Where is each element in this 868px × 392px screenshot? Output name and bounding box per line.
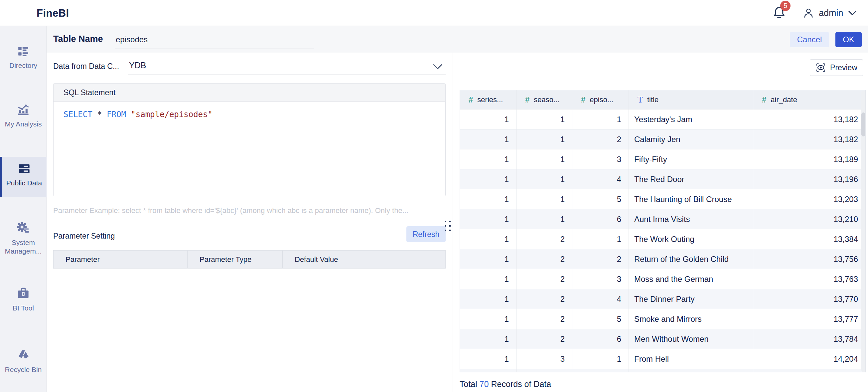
table-cell: From Hell bbox=[629, 349, 753, 369]
preview-header-row: #series...#seaso...#episo...Ttitle#air_d… bbox=[460, 90, 866, 110]
table-cell: Moss and the German bbox=[629, 269, 753, 289]
sidebar-item-recycle-bin[interactable]: Recycle Bin bbox=[0, 349, 46, 374]
sidebar-item-directory[interactable]: Directory bbox=[0, 45, 46, 70]
table-name-input[interactable] bbox=[116, 35, 312, 44]
table-row: 115The Haunting of Bill Crouse13,203 bbox=[460, 189, 866, 209]
splitter-drag-handle[interactable] bbox=[445, 221, 451, 232]
text-type-icon: T bbox=[638, 95, 643, 105]
table-name-underline bbox=[115, 49, 314, 49]
table-row: 124The Dinner Party13,770 bbox=[460, 289, 866, 309]
sql-code[interactable]: SELECT * FROM "sample/episodes" bbox=[54, 102, 445, 127]
refresh-button[interactable]: Refresh bbox=[406, 226, 446, 242]
table-cell: 6 bbox=[572, 329, 629, 349]
table-cell: 13,770 bbox=[753, 289, 866, 309]
table-row: 121The Work Outing13,384 bbox=[460, 229, 866, 249]
table-cell: 1 bbox=[572, 110, 629, 129]
table-cell: 2 bbox=[517, 289, 572, 309]
table-cell: Yesterday's Jam bbox=[629, 110, 753, 129]
directory-icon bbox=[17, 45, 29, 57]
column-header[interactable]: Ttitle bbox=[629, 90, 753, 110]
chevron-down-icon bbox=[848, 10, 857, 16]
table-row: 125Smoke and Mirrors13,777 bbox=[460, 309, 866, 329]
parameter-example-hint: Parameter Example: select * from table w… bbox=[53, 206, 447, 215]
table-cell: Return of the Golden Child bbox=[629, 249, 753, 269]
table-cell: 1 bbox=[517, 110, 572, 129]
numeric-type-icon: # bbox=[525, 95, 529, 104]
bi-tool-icon bbox=[17, 287, 30, 300]
table-cell: 2 bbox=[572, 129, 629, 149]
table-cell: 1 bbox=[517, 129, 572, 149]
table-row: 111Yesterday's Jam13,182 bbox=[460, 110, 866, 129]
ok-button[interactable]: OK bbox=[835, 32, 862, 47]
chevron-down-icon[interactable] bbox=[433, 64, 442, 70]
numeric-type-icon: # bbox=[581, 95, 585, 104]
total-count: 70 bbox=[479, 379, 489, 389]
cancel-button[interactable]: Cancel bbox=[790, 32, 829, 47]
sidebar-item-public-data[interactable]: Public Data bbox=[0, 157, 46, 197]
vertical-scrollbar-thumb[interactable] bbox=[861, 113, 865, 137]
table-cell: Men Without Women bbox=[629, 329, 753, 349]
table-cell: The Work Outing bbox=[629, 229, 753, 249]
data-connection-underline bbox=[128, 74, 446, 75]
table-row: 126Men Without Women13,784 bbox=[460, 329, 866, 349]
table-cell: 13,196 bbox=[753, 170, 866, 189]
param-header-row: ParameterParameter TypeDefault Value bbox=[53, 250, 446, 269]
recycle-bin-icon bbox=[17, 349, 30, 361]
table-cell: 2 bbox=[517, 249, 572, 269]
user-name: admin bbox=[819, 8, 843, 18]
table-row: 112Calamity Jen13,182 bbox=[460, 129, 866, 149]
preview-button-label: Preview bbox=[830, 63, 857, 72]
column-header-label: episo... bbox=[590, 95, 613, 104]
param-column-header: Parameter bbox=[54, 250, 188, 268]
sidebar-item-system-management[interactable]: System Managem... bbox=[0, 222, 46, 255]
table-cell: 1 bbox=[517, 209, 572, 229]
table-cell: 13,189 bbox=[753, 149, 866, 170]
column-header-label: title bbox=[647, 95, 658, 104]
column-header[interactable]: #series... bbox=[460, 90, 517, 110]
sidebar: Directory My Analysis Public Data bbox=[0, 26, 46, 392]
table-cell: 3 bbox=[572, 269, 629, 289]
column-header-label: series... bbox=[477, 95, 503, 104]
table-cell: 13,756 bbox=[753, 249, 866, 269]
table-cell: 1 bbox=[572, 229, 629, 249]
column-header[interactable]: #episo... bbox=[572, 90, 629, 110]
preview-eye-icon bbox=[815, 62, 826, 73]
total-suffix: Records of Data bbox=[489, 379, 551, 389]
param-column-header: Parameter Type bbox=[188, 250, 283, 268]
preview-table-body: 111Yesterday's Jam13,182112Calamity Jen1… bbox=[460, 110, 866, 369]
table-cell: 2 bbox=[517, 329, 572, 349]
table-cell: 1 bbox=[460, 209, 517, 229]
table-cell: 5 bbox=[572, 189, 629, 209]
sql-token: "sample/episodes" bbox=[131, 110, 213, 119]
column-header[interactable]: #seaso... bbox=[517, 90, 572, 110]
table-cell: 2 bbox=[517, 229, 572, 249]
table-cell: 13,784 bbox=[753, 329, 866, 349]
table-cell: 1 bbox=[517, 189, 572, 209]
table-cell: 13,384 bbox=[753, 229, 866, 249]
sidebar-item-bi-tool[interactable]: BI Tool bbox=[0, 287, 46, 312]
records-total: Total 70 Records of Data bbox=[460, 379, 551, 389]
column-header[interactable]: #air_date bbox=[753, 90, 866, 110]
user-avatar-icon bbox=[803, 7, 814, 19]
table-cell: 4 bbox=[572, 170, 629, 189]
data-connection-select[interactable]: YDB bbox=[129, 61, 146, 70]
analysis-icon bbox=[17, 103, 30, 116]
preview-button[interactable]: Preview bbox=[810, 59, 863, 76]
table-cell: The Dinner Party bbox=[629, 289, 753, 309]
sidebar-item-my-analysis[interactable]: My Analysis bbox=[0, 103, 46, 128]
user-menu[interactable]: admin bbox=[803, 6, 857, 20]
sql-token: * bbox=[97, 110, 107, 119]
table-cell: The Red Door bbox=[629, 170, 753, 189]
table-cell: 1 bbox=[460, 170, 517, 189]
table-name-label: Table Name bbox=[53, 34, 103, 44]
table-cell: 1 bbox=[572, 349, 629, 369]
table-cell: 13,763 bbox=[753, 269, 866, 289]
table-row-partial bbox=[460, 369, 866, 372]
finebi-logo: FineBI bbox=[37, 7, 69, 19]
data-connection-label: Data from Data C... bbox=[53, 62, 119, 71]
table-cell: 3 bbox=[572, 149, 629, 170]
table-row: 116Aunt Irma Visits13,210 bbox=[460, 209, 866, 229]
sidebar-item-label: Public Data bbox=[2, 179, 46, 187]
table-row: 114The Red Door13,196 bbox=[460, 170, 866, 189]
table-cell: 1 bbox=[460, 129, 517, 149]
